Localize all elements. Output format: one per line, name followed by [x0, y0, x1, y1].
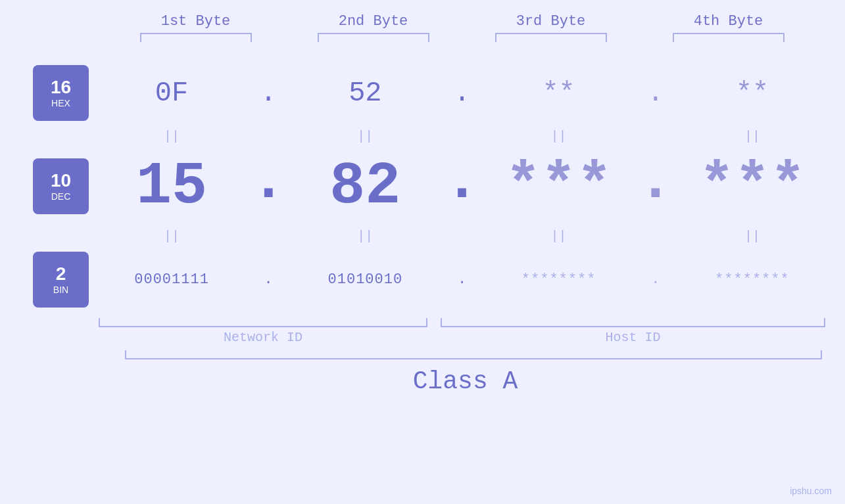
equals-row-2: || || || ||: [0, 227, 845, 245]
hex-values: 0F . 52 . ** . **: [92, 58, 845, 127]
byte-header-4: 4th Byte: [653, 13, 804, 30]
equals-values-1: || || || ||: [92, 127, 845, 145]
equals-values-2: || || || ||: [92, 227, 845, 245]
host-id-label: Host ID: [605, 330, 660, 345]
hex-dot-3: .: [642, 78, 669, 109]
dec-val-4: ***: [677, 157, 828, 216]
bracket-byte-3: [495, 33, 607, 42]
network-bracket: [99, 318, 427, 327]
bin-badge: 2 BIN: [33, 252, 89, 308]
dec-dot-2: .: [448, 152, 475, 221]
class-label-container: Class A: [104, 367, 827, 396]
host-bracket: [441, 318, 825, 327]
hex-badge-label: HEX: [51, 98, 70, 108]
hex-val-1: 0F: [96, 78, 247, 109]
bin-val-1: 00001111: [96, 271, 247, 288]
bin-dot-1: .: [255, 271, 281, 288]
network-id-label: Network ID: [224, 330, 302, 345]
full-bottom-bracket: [125, 350, 822, 359]
hex-dot-1: .: [255, 78, 281, 109]
hex-badge: 16 HEX: [33, 65, 89, 121]
bracket-byte-1: [140, 33, 252, 42]
class-label: Class A: [413, 367, 518, 396]
bin-badge-num: 2: [56, 264, 66, 285]
hex-badge-num: 16: [51, 78, 71, 98]
dec-val-2: 82: [289, 157, 441, 216]
byte-header-1: 1st Byte: [120, 13, 272, 30]
dec-values: 15 . 82 . *** . ***: [92, 145, 845, 227]
dec-badge-num: 10: [51, 171, 71, 191]
hex-dot-2: .: [448, 78, 475, 109]
dec-val-3: ***: [483, 157, 635, 216]
equals-row-1: || || || ||: [0, 127, 845, 145]
byte-header-2: 2nd Byte: [298, 13, 449, 30]
top-brackets-row: [120, 33, 804, 42]
dec-badge: 10 DEC: [33, 158, 89, 214]
byte-headers-row: 1st Byte 2nd Byte 3rd Byte 4th Byte: [120, 13, 804, 30]
bottom-brackets-row: [99, 318, 825, 327]
bin-val-4: ********: [677, 271, 828, 288]
bin-val-2: 01010010: [289, 271, 441, 288]
bin-row: 2 BIN 00001111 . 01010010 . ******** .: [0, 245, 845, 314]
bin-badge-label: BIN: [53, 285, 68, 295]
bin-val-3: ********: [483, 271, 635, 288]
dec-badge-label: DEC: [51, 191, 71, 202]
id-labels: Network ID Host ID: [99, 330, 825, 345]
bin-dot-3: .: [642, 271, 669, 288]
hex-val-2: 52: [289, 78, 441, 109]
main-container: 1st Byte 2nd Byte 3rd Byte 4th Byte 16 H…: [0, 0, 845, 504]
dec-dot-3: .: [642, 152, 669, 221]
hex-val-3: **: [483, 78, 635, 109]
bin-values: 00001111 . 01010010 . ******** . *******…: [92, 245, 845, 314]
hex-val-4: **: [677, 78, 828, 109]
dec-dot-1: .: [255, 152, 281, 221]
bracket-byte-2: [318, 33, 429, 42]
byte-header-3: 3rd Byte: [475, 13, 627, 30]
dec-val-1: 15: [96, 157, 247, 216]
bracket-byte-4: [673, 33, 785, 42]
dec-row: 10 DEC 15 . 82 . *** . ***: [0, 145, 845, 227]
bin-dot-2: .: [448, 271, 475, 288]
hex-row: 16 HEX 0F . 52 . ** . **: [0, 58, 845, 127]
branding: ipshu.com: [790, 486, 832, 496]
